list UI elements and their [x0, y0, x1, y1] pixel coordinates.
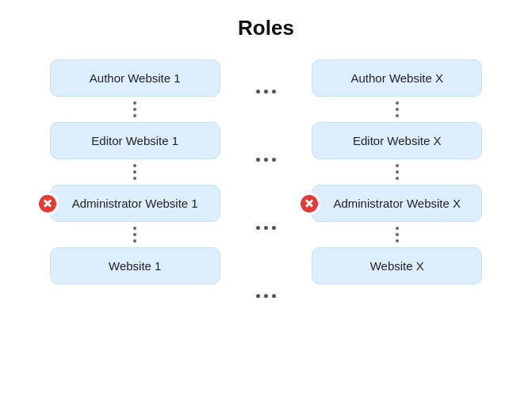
v-dots-r3 [396, 227, 399, 243]
dot-v [396, 114, 399, 117]
dot-v [133, 227, 136, 230]
dot-v [396, 170, 399, 174]
h-dots-4 [256, 294, 276, 298]
editor-left-label: Editor Website 1 [91, 134, 178, 147]
diagram-area: Author Website 1 Editor Website 1 Admini… [0, 59, 532, 316]
dot-v [396, 164, 399, 167]
error-badge-right [298, 193, 320, 215]
mid-dots-row-4 [253, 275, 279, 316]
dot-v [133, 170, 136, 174]
dot-h [272, 226, 276, 230]
editor-left-box: Editor Website 1 [50, 122, 220, 159]
dot-h [264, 226, 268, 230]
dot-h [256, 226, 260, 230]
dot-v [396, 233, 399, 236]
dot-v [133, 177, 136, 180]
dot-h [272, 294, 276, 298]
dot-h [272, 90, 276, 94]
error-badge-left [36, 193, 59, 215]
website-left-label: Website 1 [109, 259, 161, 273]
h-dots-3 [256, 226, 276, 230]
dot-v [396, 101, 399, 105]
website-right-label: Website X [370, 259, 424, 273]
admin-right-label: Administrator Website X [333, 197, 461, 210]
dot-v [396, 227, 399, 230]
dot-h [256, 158, 260, 162]
h-dots-2 [256, 158, 276, 162]
dot-v [133, 114, 136, 117]
author-left-label: Author Website 1 [90, 71, 181, 85]
admin-left-box: Administrator Website 1 [50, 185, 220, 222]
dot-v [133, 101, 136, 105]
author-right-label: Author Website X [351, 71, 443, 85]
dot-v [133, 108, 136, 111]
v-dots-3 [133, 227, 136, 243]
dot-h [272, 158, 276, 162]
v-dots-r1 [396, 101, 399, 117]
right-column: Author Website X Editor Website X Admini… [294, 59, 501, 285]
dot-h [264, 90, 268, 94]
mid-dots-row-1 [253, 71, 279, 112]
dot-v [396, 108, 399, 111]
website-right-box: Website X [312, 247, 482, 285]
author-right-box: Author Website X [312, 59, 482, 97]
admin-right-box: Administrator Website X [312, 185, 482, 222]
dot-v [396, 239, 399, 243]
dot-v [396, 177, 399, 180]
dot-v [133, 164, 136, 167]
mid-dots-row-2 [253, 139, 279, 180]
dot-h [256, 294, 260, 298]
dot-v [133, 233, 136, 236]
dot-h [264, 158, 268, 162]
v-dots-2 [133, 164, 136, 180]
website-left-box: Website 1 [50, 247, 220, 285]
admin-left-label: Administrator Website 1 [72, 197, 198, 210]
left-column: Author Website 1 Editor Website 1 Admini… [32, 59, 239, 285]
h-dots-1 [256, 90, 276, 94]
page-title: Roles [238, 16, 294, 40]
mid-dots-row-3 [253, 207, 279, 248]
v-dots-r2 [396, 164, 399, 180]
dot-h [256, 90, 260, 94]
editor-right-label: Editor Website X [353, 134, 441, 147]
dot-h [264, 294, 268, 298]
dot-v [133, 239, 136, 243]
v-dots-1 [133, 101, 136, 117]
editor-right-box: Editor Website X [312, 122, 482, 159]
author-left-box: Author Website 1 [50, 59, 220, 97]
